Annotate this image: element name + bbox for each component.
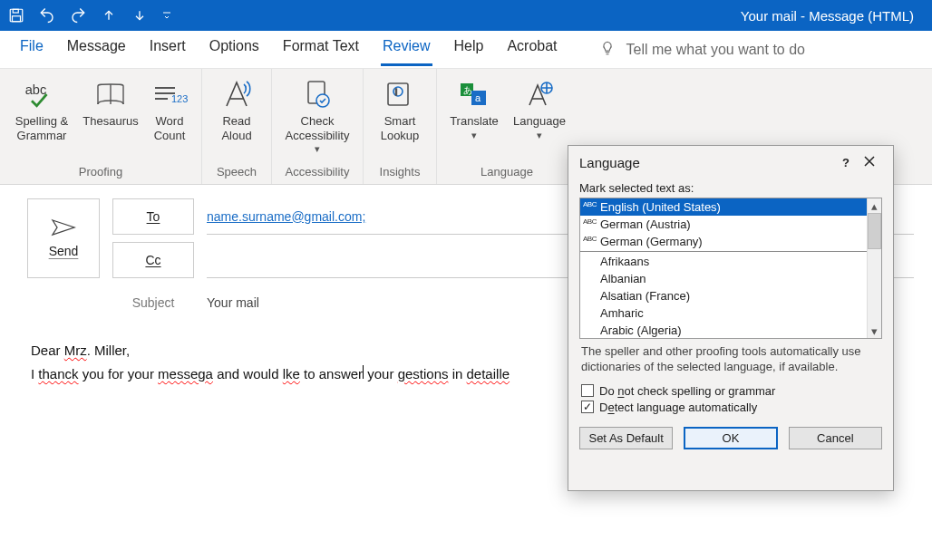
subject-label: Subject: [112, 295, 194, 310]
svg-text:123: 123: [171, 93, 188, 104]
check-accessibility-button[interactable]: Check Accessibility ▾: [281, 72, 354, 155]
word-count-button[interactable]: 123 Word Count: [147, 72, 192, 142]
scroll-thumb[interactable]: [868, 213, 881, 249]
spelling-grammar-button[interactable]: abc Spelling & Grammar: [9, 72, 74, 142]
language-option-arabic-dz[interactable]: Arabic (Algeria): [580, 322, 881, 339]
svg-text:a: a: [475, 92, 481, 103]
language-dialog: Language ? Mark selected text as: ABCEng…: [568, 145, 894, 491]
accessibility-icon: [303, 76, 332, 112]
thesaurus-icon: [94, 76, 127, 112]
group-proofing: abc Spelling & Grammar Thesaurus 123 Wor…: [0, 69, 202, 184]
language-listbox[interactable]: ABCEnglish (United States) ABCGerman (Au…: [579, 198, 882, 339]
group-caption-speech: Speech: [217, 162, 257, 182]
cancel-button[interactable]: Cancel: [789, 427, 882, 449]
svg-text:あ: あ: [463, 85, 472, 95]
tell-me-search[interactable]: Tell me what you want to do: [599, 40, 805, 60]
language-option-afrikaans[interactable]: Afrikaans: [580, 253, 881, 270]
language-icon: [524, 76, 555, 112]
tab-help[interactable]: Help: [452, 33, 486, 66]
previous-arrow-icon[interactable]: [98, 4, 120, 27]
svg-rect-1: [13, 9, 18, 13]
checkbox-detect-language[interactable]: Detect language automatically: [581, 401, 880, 414]
language-button[interactable]: Language ▾: [511, 72, 568, 141]
send-label: Send: [49, 244, 79, 258]
group-caption-proofing: Proofing: [79, 162, 122, 182]
language-option-amharic[interactable]: Amharic: [580, 304, 881, 322]
ribbon-tabs: File Message Insert Options Format Text …: [0, 31, 932, 69]
language-option-albanian[interactable]: Albanian: [580, 270, 881, 287]
scroll-up-icon[interactable]: ▴: [868, 198, 881, 213]
next-arrow-icon[interactable]: [129, 4, 150, 27]
group-speech: Read Aloud Speech: [202, 69, 272, 184]
group-caption-insights: Insights: [380, 162, 421, 182]
chevron-down-icon: ▾: [471, 130, 477, 141]
smart-lookup-icon: i: [384, 76, 415, 112]
undo-icon[interactable]: [36, 4, 58, 27]
dialog-title: Language: [579, 155, 640, 170]
language-option-alsatian[interactable]: Alsatian (France): [580, 287, 881, 304]
mark-selected-text-label: Mark selected text as:: [579, 181, 882, 195]
language-option-de-at[interactable]: ABCGerman (Austria): [580, 216, 881, 233]
set-as-default-button[interactable]: Set As Default: [579, 427, 673, 449]
group-insights: i Smart Lookup Insights: [364, 69, 437, 184]
redo-icon[interactable]: [67, 4, 89, 27]
checkbox-icon: [581, 401, 594, 413]
send-icon: [51, 218, 76, 237]
ok-button[interactable]: OK: [684, 427, 777, 449]
group-language: あa Translate ▾ Language ▾ Language: [437, 69, 577, 184]
chevron-down-icon: ▾: [537, 130, 542, 141]
svg-text:i: i: [395, 88, 397, 97]
read-aloud-icon: [221, 76, 252, 112]
group-caption-language: Language: [481, 162, 533, 182]
to-button[interactable]: To: [112, 198, 194, 235]
lightbulb-icon: [599, 40, 616, 60]
dialog-note: The speller and other proofing tools aut…: [581, 344, 880, 375]
svg-text:abc: abc: [25, 82, 47, 97]
chevron-down-icon: ▾: [315, 143, 320, 155]
close-icon[interactable]: [857, 155, 882, 170]
translate-button[interactable]: あa Translate ▾: [446, 72, 502, 141]
quick-access-toolbar: [5, 4, 174, 27]
translate-icon: あa: [458, 76, 490, 112]
tab-review[interactable]: Review: [381, 33, 432, 66]
tab-insert[interactable]: Insert: [148, 33, 188, 66]
read-aloud-button[interactable]: Read Aloud: [211, 72, 262, 142]
tab-format-text[interactable]: Format Text: [281, 33, 361, 66]
titlebar: Your mail - Message (HTML): [0, 0, 932, 31]
listbox-scrollbar[interactable]: ▴ ▾: [867, 198, 881, 338]
tab-acrobat[interactable]: Acrobat: [505, 33, 558, 66]
cc-button[interactable]: Cc: [112, 242, 194, 278]
help-icon[interactable]: ?: [835, 156, 857, 169]
language-option-en-us[interactable]: ABCEnglish (United States): [580, 198, 881, 216]
checkbox-do-not-check-spelling[interactable]: Do not check spelling or grammar: [581, 384, 880, 398]
send-button[interactable]: Send: [27, 198, 100, 278]
group-caption-accessibility: Accessibility: [286, 162, 350, 182]
smart-lookup-button[interactable]: i Smart Lookup: [373, 72, 427, 142]
thesaurus-button[interactable]: Thesaurus: [83, 72, 138, 142]
tab-file[interactable]: File: [18, 33, 45, 66]
svg-rect-2: [13, 16, 21, 22]
word-count-icon: 123: [151, 76, 188, 112]
save-icon[interactable]: [5, 4, 27, 27]
spelling-icon: abc: [22, 76, 62, 112]
group-accessibility: Check Accessibility ▾ Accessibility: [272, 69, 364, 184]
tab-message[interactable]: Message: [65, 33, 128, 66]
tab-options[interactable]: Options: [208, 33, 261, 66]
tell-me-placeholder: Tell me what you want to do: [626, 42, 805, 58]
language-option-de-de[interactable]: ABCGerman (Germany): [580, 233, 881, 250]
checkbox-icon: [581, 384, 594, 397]
scroll-down-icon[interactable]: ▾: [868, 323, 881, 338]
window-title: Your mail - Message (HTML): [174, 8, 927, 24]
qat-customize-icon[interactable]: [160, 4, 174, 27]
